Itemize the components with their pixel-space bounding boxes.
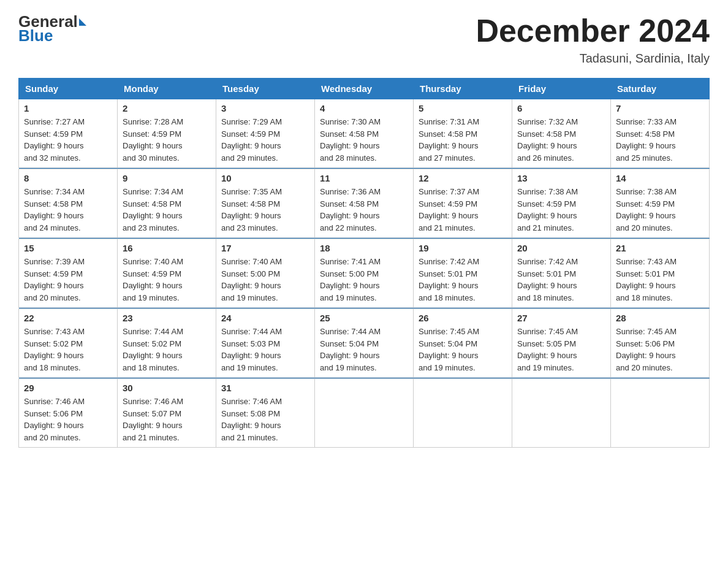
table-row: 30 Sunrise: 7:46 AMSunset: 5:07 PMDaylig… — [118, 379, 216, 448]
table-row: 3 Sunrise: 7:29 AMSunset: 4:59 PMDayligh… — [216, 99, 315, 168]
col-sunday: Sunday — [19, 79, 118, 99]
day-info: Sunrise: 7:38 AMSunset: 4:59 PMDaylight:… — [616, 186, 704, 234]
day-number: 19 — [419, 243, 507, 253]
table-row: 4 Sunrise: 7:30 AMSunset: 4:58 PMDayligh… — [315, 99, 414, 168]
day-number: 4 — [320, 103, 408, 113]
table-row: 14 Sunrise: 7:38 AMSunset: 4:59 PMDaylig… — [611, 169, 710, 238]
day-number: 15 — [24, 243, 112, 253]
day-number: 10 — [221, 173, 309, 183]
col-wednesday: Wednesday — [315, 79, 414, 99]
day-number: 5 — [419, 103, 507, 113]
table-row: 19 Sunrise: 7:42 AMSunset: 5:01 PMDaylig… — [414, 239, 512, 308]
day-number: 2 — [123, 103, 211, 113]
table-row: 8 Sunrise: 7:34 AMSunset: 4:58 PMDayligh… — [19, 169, 118, 238]
calendar-header-row: Sunday Monday Tuesday Wednesday Thursday… — [19, 79, 710, 99]
calendar-table: Sunday Monday Tuesday Wednesday Thursday… — [18, 78, 710, 448]
day-number: 11 — [320, 173, 408, 183]
day-number: 1 — [24, 103, 112, 113]
table-row — [315, 379, 414, 448]
calendar-week-row: 8 Sunrise: 7:34 AMSunset: 4:58 PMDayligh… — [19, 169, 710, 238]
day-number: 30 — [123, 383, 211, 393]
day-number: 6 — [517, 103, 605, 113]
title-block: December 2024 Tadasuni, Sardinia, Italy — [476, 12, 710, 66]
table-row — [512, 379, 611, 448]
table-row: 26 Sunrise: 7:45 AMSunset: 5:04 PMDaylig… — [414, 309, 512, 378]
logo-arrow-icon — [79, 18, 86, 26]
day-info: Sunrise: 7:46 AMSunset: 5:07 PMDaylight:… — [123, 396, 211, 443]
logo: General Blue — [18, 12, 88, 45]
table-row: 23 Sunrise: 7:44 AMSunset: 5:02 PMDaylig… — [118, 309, 216, 378]
table-row: 7 Sunrise: 7:33 AMSunset: 4:58 PMDayligh… — [611, 99, 710, 168]
day-number: 9 — [123, 173, 211, 183]
table-row: 5 Sunrise: 7:31 AMSunset: 4:58 PMDayligh… — [414, 99, 512, 168]
page-header: General Blue December 2024 Tadasuni, Sar… — [18, 12, 710, 66]
table-row: 1 Sunrise: 7:27 AMSunset: 4:59 PMDayligh… — [19, 99, 118, 168]
col-friday: Friday — [512, 79, 611, 99]
calendar-week-row: 22 Sunrise: 7:43 AMSunset: 5:02 PMDaylig… — [19, 309, 710, 378]
day-info: Sunrise: 7:45 AMSunset: 5:06 PMDaylight:… — [616, 326, 704, 373]
day-number: 29 — [24, 383, 112, 393]
day-number: 8 — [24, 173, 112, 183]
day-info: Sunrise: 7:38 AMSunset: 4:59 PMDaylight:… — [517, 186, 605, 234]
day-info: Sunrise: 7:40 AMSunset: 4:59 PMDaylight:… — [123, 256, 211, 304]
table-row — [414, 379, 512, 448]
day-number: 26 — [419, 313, 507, 323]
day-info: Sunrise: 7:32 AMSunset: 4:58 PMDaylight:… — [517, 116, 605, 164]
table-row: 17 Sunrise: 7:40 AMSunset: 5:00 PMDaylig… — [216, 239, 315, 308]
day-number: 20 — [517, 243, 605, 253]
day-number: 12 — [419, 173, 507, 183]
table-row: 22 Sunrise: 7:43 AMSunset: 5:02 PMDaylig… — [19, 309, 118, 378]
table-row: 12 Sunrise: 7:37 AMSunset: 4:59 PMDaylig… — [414, 169, 512, 238]
day-info: Sunrise: 7:44 AMSunset: 5:03 PMDaylight:… — [221, 326, 309, 373]
day-info: Sunrise: 7:37 AMSunset: 4:59 PMDaylight:… — [419, 186, 507, 234]
location-text: Tadasuni, Sardinia, Italy — [476, 52, 710, 66]
day-info: Sunrise: 7:42 AMSunset: 5:01 PMDaylight:… — [419, 256, 507, 304]
calendar-week-row: 15 Sunrise: 7:39 AMSunset: 4:59 PMDaylig… — [19, 239, 710, 308]
table-row: 10 Sunrise: 7:35 AMSunset: 4:58 PMDaylig… — [216, 169, 315, 238]
day-info: Sunrise: 7:33 AMSunset: 4:58 PMDaylight:… — [616, 116, 704, 164]
day-info: Sunrise: 7:43 AMSunset: 5:01 PMDaylight:… — [616, 256, 704, 304]
table-row: 13 Sunrise: 7:38 AMSunset: 4:59 PMDaylig… — [512, 169, 611, 238]
day-number: 18 — [320, 243, 408, 253]
day-info: Sunrise: 7:30 AMSunset: 4:58 PMDaylight:… — [320, 116, 408, 164]
day-info: Sunrise: 7:36 AMSunset: 4:58 PMDaylight:… — [320, 186, 408, 234]
day-info: Sunrise: 7:34 AMSunset: 4:58 PMDaylight:… — [24, 186, 112, 234]
day-info: Sunrise: 7:45 AMSunset: 5:05 PMDaylight:… — [517, 326, 605, 373]
logo-blue-text: Blue — [18, 26, 53, 45]
day-number: 22 — [24, 313, 112, 323]
day-number: 24 — [221, 313, 309, 323]
day-info: Sunrise: 7:29 AMSunset: 4:59 PMDaylight:… — [221, 116, 309, 164]
day-info: Sunrise: 7:34 AMSunset: 4:58 PMDaylight:… — [123, 186, 211, 234]
day-info: Sunrise: 7:44 AMSunset: 5:04 PMDaylight:… — [320, 326, 408, 373]
table-row: 28 Sunrise: 7:45 AMSunset: 5:06 PMDaylig… — [611, 309, 710, 378]
day-number: 28 — [616, 313, 704, 323]
day-info: Sunrise: 7:43 AMSunset: 5:02 PMDaylight:… — [24, 326, 112, 373]
table-row: 11 Sunrise: 7:36 AMSunset: 4:58 PMDaylig… — [315, 169, 414, 238]
table-row: 29 Sunrise: 7:46 AMSunset: 5:06 PMDaylig… — [19, 379, 118, 448]
day-number: 21 — [616, 243, 704, 253]
calendar-week-row: 1 Sunrise: 7:27 AMSunset: 4:59 PMDayligh… — [19, 99, 710, 168]
day-number: 14 — [616, 173, 704, 183]
month-title: December 2024 — [476, 12, 710, 49]
table-row: 2 Sunrise: 7:28 AMSunset: 4:59 PMDayligh… — [118, 99, 216, 168]
day-number: 27 — [517, 313, 605, 323]
day-info: Sunrise: 7:44 AMSunset: 5:02 PMDaylight:… — [123, 326, 211, 373]
table-row: 18 Sunrise: 7:41 AMSunset: 5:00 PMDaylig… — [315, 239, 414, 308]
day-info: Sunrise: 7:42 AMSunset: 5:01 PMDaylight:… — [517, 256, 605, 304]
table-row: 27 Sunrise: 7:45 AMSunset: 5:05 PMDaylig… — [512, 309, 611, 378]
day-number: 7 — [616, 103, 704, 113]
table-row: 15 Sunrise: 7:39 AMSunset: 4:59 PMDaylig… — [19, 239, 118, 308]
table-row: 20 Sunrise: 7:42 AMSunset: 5:01 PMDaylig… — [512, 239, 611, 308]
day-number: 13 — [517, 173, 605, 183]
table-row — [611, 379, 710, 448]
day-info: Sunrise: 7:45 AMSunset: 5:04 PMDaylight:… — [419, 326, 507, 373]
table-row: 24 Sunrise: 7:44 AMSunset: 5:03 PMDaylig… — [216, 309, 315, 378]
day-number: 16 — [123, 243, 211, 253]
col-tuesday: Tuesday — [216, 79, 315, 99]
col-monday: Monday — [118, 79, 216, 99]
table-row: 16 Sunrise: 7:40 AMSunset: 4:59 PMDaylig… — [118, 239, 216, 308]
day-number: 17 — [221, 243, 309, 253]
day-number: 31 — [221, 383, 309, 393]
table-row: 6 Sunrise: 7:32 AMSunset: 4:58 PMDayligh… — [512, 99, 611, 168]
day-info: Sunrise: 7:27 AMSunset: 4:59 PMDaylight:… — [24, 116, 112, 164]
